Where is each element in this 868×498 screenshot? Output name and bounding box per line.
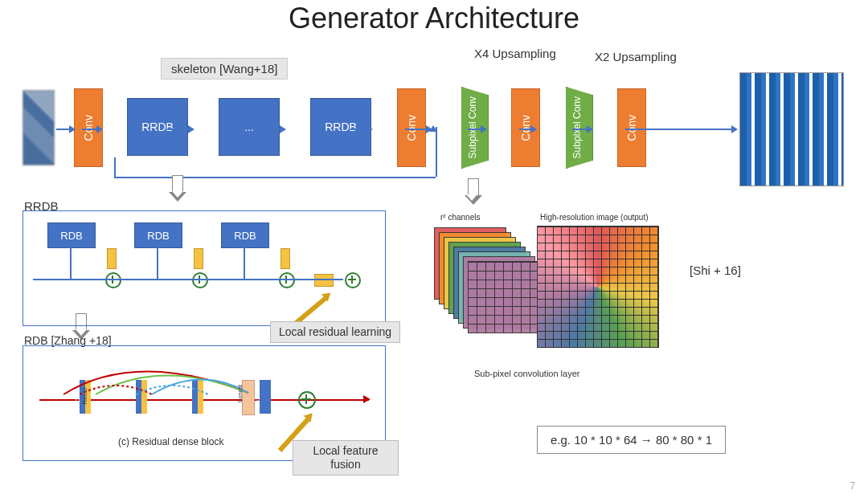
shi-cite-label: [Shi + 16] [690, 263, 741, 277]
rdb-caption: (c) Residual dense block [118, 436, 223, 447]
page-title: Generator Architecture [0, 2, 868, 35]
stack-label: r² channels [440, 213, 480, 222]
add-icon [105, 272, 121, 288]
expand-arrow-subpixel [463, 178, 484, 206]
oneconv-label: 1x1 Conv [255, 382, 260, 406]
add-icon [279, 272, 295, 288]
page-number: 7 [850, 480, 855, 492]
rrdb-box: RDB RDB RDB [23, 210, 386, 326]
concat-label: Concat [237, 385, 243, 402]
x2-upsampling-label: X2 Upsampling [595, 50, 677, 63]
convrelu-label: Conv [74, 388, 81, 403]
scale-mult-icon [107, 248, 117, 269]
slide: Generator Architecture 7 skeleton [Wang+… [0, 0, 868, 498]
scale-mult-icon [194, 248, 203, 269]
scale-mult-icon [280, 248, 290, 269]
rdb-block: RDB [47, 222, 96, 248]
add-icon [298, 391, 316, 409]
input-lr-image [23, 90, 55, 165]
example-shape-text: e.g. 10 * 10 * 64 → 80 * 80 * 1 [537, 426, 726, 454]
rdb-block: RDB [221, 222, 269, 248]
rdb-block: RDB [134, 222, 182, 248]
local-feature-fusion-label: Local feature fusion [293, 440, 399, 476]
subpixel-diagram: r² channels High-resolution image (outpu… [434, 221, 675, 374]
convrelu-label: ReLU [81, 388, 88, 404]
skip-connection [114, 157, 116, 177]
add-icon [345, 272, 361, 288]
output-label: High-resolution image (output) [540, 213, 649, 222]
x4-upsampling-label: X4 Upsampling [474, 47, 556, 60]
local-residual-learning-label: Local residual learning [270, 321, 400, 343]
output-grid-image [537, 226, 659, 348]
scale-mult-icon [314, 274, 334, 287]
expand-arrow-rrdb [169, 175, 186, 202]
output-hr-image [739, 72, 844, 186]
skeleton-cite-label: skeleton [Wang+18] [161, 58, 288, 80]
add-icon [192, 272, 208, 288]
subpixel-caption: Sub-pixel convolution layer [474, 369, 579, 378]
channel-stack [434, 227, 530, 324]
